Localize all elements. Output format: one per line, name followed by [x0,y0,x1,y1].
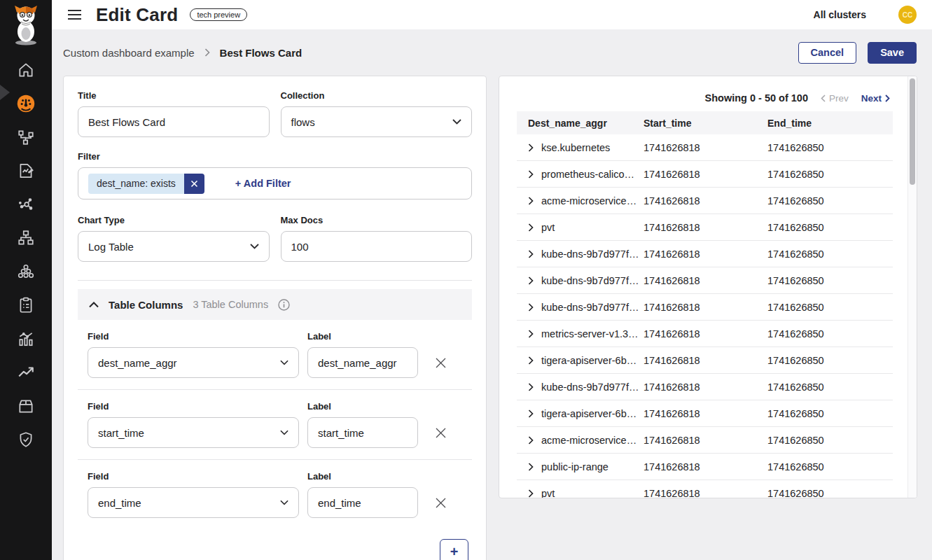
cell-dest-name: acme-microservice… [541,195,637,206]
expand-row-button[interactable] [528,463,534,471]
cell-dest-name: metrics-server-v1.3… [541,328,639,340]
breadcrumb: Custom dashboard example Best Flows Card [63,47,302,59]
label-label: Label [307,471,418,482]
cell-end-time: 1741626850 [767,142,893,153]
cell-start-time: 1741626818 [644,355,767,366]
close-icon [190,180,198,188]
title-input[interactable] [78,106,270,137]
expand-row-button[interactable] [528,276,534,285]
cell-end-time: 1741626850 [767,461,893,472]
expand-row-button[interactable] [528,410,534,418]
clusters-selector[interactable]: All clusters [814,9,866,20]
cancel-button[interactable]: Cancel [798,42,857,64]
avatar[interactable]: CC [898,6,917,24]
collection-select[interactable]: flows [281,106,473,137]
remove-column-button[interactable] [431,417,451,448]
expand-row-button[interactable] [528,303,534,312]
max-docs-input[interactable] [281,231,473,262]
chevron-right-icon [528,303,534,312]
vertical-scrollbar[interactable] [907,76,917,498]
cell-dest-name: kube-dns-9b7d977f… [541,302,639,313]
cell-start-time: 1741626818 [644,461,767,472]
label-input[interactable] [307,347,418,378]
expand-row-button[interactable] [528,356,534,365]
expand-row-button[interactable] [528,436,534,444]
chart-type-select[interactable]: Log Table [78,231,270,262]
expand-row-button[interactable] [528,197,534,205]
hamburger-menu-button[interactable] [64,6,85,23]
breadcrumb-parent[interactable]: Custom dashboard example [63,47,195,59]
table-row: kube-dns-9b7d977f… 1741626818 1741626850 [517,294,893,321]
edit-card-form-panel: Title Collection flows Filter dest_name:… [63,76,487,560]
remove-column-button[interactable] [431,347,451,378]
field-select[interactable]: end_time [88,487,299,518]
sidebar-item-cluster-nodes[interactable] [16,262,36,281]
add-filter-button[interactable]: + Add Filter [235,178,291,189]
table-row: kube-dns-9b7d977f… 1741626818 1741626850 [517,267,893,294]
table-row: tigera-apiserver-6b… 1741626818 17416268… [517,347,893,374]
cell-dest-name: kube-dns-9b7d977f… [541,382,639,393]
expand-row-button[interactable] [528,144,534,152]
sidebar-fold-decoration [0,85,10,100]
sidebar-item-home[interactable] [16,60,36,80]
cell-dest-name: tigera-apiserver-6b… [541,355,637,366]
save-button[interactable]: Save [868,42,917,64]
label-input[interactable] [307,417,418,448]
cell-start-time: 1741626818 [644,169,767,180]
expand-row-button[interactable] [528,383,534,391]
field-label: Field [88,331,299,342]
expand-row-button[interactable] [528,330,534,338]
table-row: metrics-server-v1.3… 1741626818 17416268… [517,321,893,347]
trending-up-icon [17,363,35,382]
hamburger-icon [67,9,82,20]
sidebar-item-shield-check[interactable] [16,430,36,449]
sidebar-item-bar-chart[interactable] [16,329,36,349]
sidebar-item-network-tree[interactable] [16,228,36,248]
sidebar-item-dashboard-active[interactable] [16,94,36,113]
next-page-button[interactable]: Next [861,93,890,104]
expand-row-button[interactable] [528,250,534,258]
table-row: tigera-apiserver-6b… 1741626818 17416268… [517,400,893,427]
sidebar-item-clipboard[interactable] [16,295,36,315]
sidebar-item-package-box[interactable] [16,396,36,416]
expand-row-button[interactable] [528,223,534,232]
close-icon [435,357,447,369]
field-select[interactable]: start_time [88,417,299,448]
home-icon [17,61,35,79]
table-columns-section-header[interactable]: Table Columns 3 Table Columns [78,289,472,320]
app-logo[interactable] [10,4,42,49]
tech-preview-badge: tech preview [190,8,247,21]
table-row: kse.kubernetes 1741626818 1741626850 [517,134,893,161]
breadcrumb-current: Best Flows Card [220,47,302,59]
expand-row-button[interactable] [528,489,534,498]
remove-column-button[interactable] [431,487,451,518]
chevron-right-icon [528,436,534,444]
chevron-down-icon [280,430,288,435]
table-header-row: Dest_name_aggr Start_time End_time [517,111,893,134]
max-docs-label: Max Docs [281,215,473,225]
cell-start-time: 1741626818 [644,195,767,206]
table-column-row: Field start_time Label [78,389,472,459]
chevron-right-icon [528,223,534,232]
add-column-button[interactable]: + [440,539,468,560]
sidebar-item-service-graph[interactable] [16,195,36,214]
edit-document-icon [17,162,35,180]
label-input[interactable] [307,487,418,518]
cell-start-time: 1741626818 [644,408,767,419]
sidebar-item-trending-up[interactable] [16,363,36,382]
sidebar-item-edit-document[interactable] [16,161,36,181]
preview-panel: Showing 0 - 50 of 100 Prev Next Dest_nam… [499,76,917,498]
field-select[interactable]: dest_name_aggr [88,347,299,378]
expand-row-button[interactable] [528,170,534,178]
chevron-down-icon [250,244,259,249]
page-title: Edit Card [96,6,178,24]
prev-page-button[interactable]: Prev [821,93,849,104]
filter-chip: dest_name: exists [88,174,204,194]
cat-mascot-icon [10,4,42,46]
sidebar-item-flow-topology[interactable] [16,127,36,147]
field-value: end_time [98,497,141,509]
scrollbar-thumb[interactable] [910,78,915,185]
table-columns-info-button[interactable] [278,299,290,311]
filter-chip-remove-button[interactable] [184,174,204,194]
chevron-right-icon [528,144,534,152]
